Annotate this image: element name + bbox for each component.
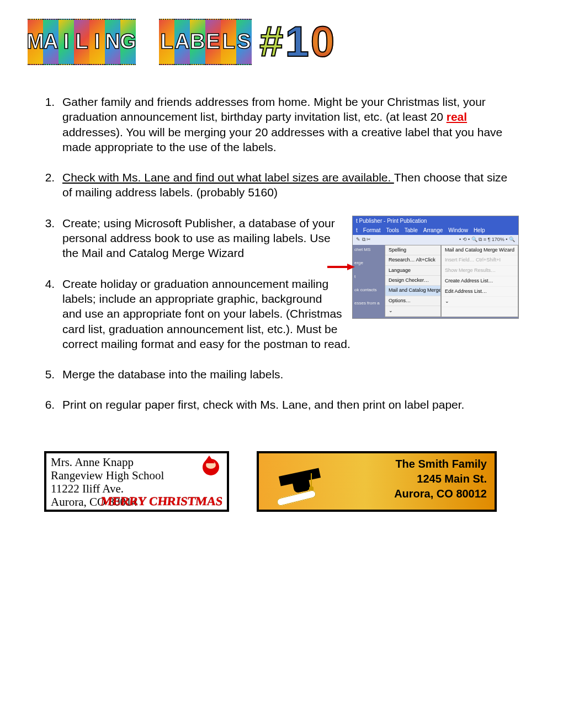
toolbar-icons-right: • ⟲ • 🔍 ⧉ ≡ ¶ 170% • 🔍 — [459, 237, 515, 243]
title-word-mailing: MAILING — [28, 19, 136, 65]
title-letter: M — [28, 19, 43, 65]
tools-menu-item: ⌄ — [385, 306, 440, 316]
publisher-menubar: tFormatToolsTableArrangeWindowHelp — [353, 226, 518, 235]
xmas-school: Rangeview High School — [51, 469, 222, 482]
screenshot-wrapper: t Publisher - Print Publication tFormatT… — [352, 216, 519, 319]
title-letter: L — [159, 19, 174, 65]
example-labels-row: Mrs. Anne Knapp Rangeview High School 11… — [44, 451, 535, 512]
instr3-text: Create; using Microsoft Publisher, a dat… — [62, 217, 335, 260]
publisher-side-item: t — [354, 274, 383, 280]
publisher-menu-item: Table — [405, 227, 418, 234]
title-number-ten: # 1 0 — [259, 17, 334, 67]
publisher-titlebar: t Publisher - Print Publication — [353, 216, 518, 226]
instr2-underline: Check with Ms. Lane and find out what la… — [62, 171, 394, 184]
instruction-item-3: t Publisher - Print Publication tFormatT… — [58, 216, 519, 261]
red-arrow-icon — [327, 264, 355, 270]
submenu-item: ⌄ — [442, 297, 518, 307]
submenu-item: Create Address List… — [442, 276, 518, 287]
submenu-item: Edit Address List… — [442, 287, 518, 297]
tools-dropdown: SpellingResearch… Alt+ClickLanguageDesig… — [385, 245, 441, 317]
graduation-label-example: The Smith Family 1245 Main St. Aurora, C… — [257, 451, 497, 512]
hash-icon: # — [259, 17, 283, 67]
publisher-menu-item: Format — [363, 227, 381, 234]
instr1-post: addresses). You will be merging your 20 … — [62, 126, 502, 153]
title-letter: I — [89, 19, 105, 65]
instruction-list: Gather family and friends addresses from… — [33, 94, 519, 413]
instr1-highlight: real — [447, 110, 467, 123]
title-letter: N — [105, 19, 120, 65]
publisher-menu-item: Help — [474, 227, 485, 234]
christmas-label-example: Mrs. Anne Knapp Rangeview High School 11… — [44, 451, 229, 512]
publisher-side-item: esses from a — [354, 301, 383, 306]
xmas-street: 11222 Iliff Ave. — [51, 482, 222, 495]
title-letter: L — [74, 19, 89, 65]
publisher-menu-item: Window — [448, 227, 468, 234]
tools-menu-item: Options… — [385, 296, 440, 306]
merry-christmas-text: MERRY CHRISTMAS — [100, 494, 223, 508]
publisher-screenshot: t Publisher - Print Publication tFormatT… — [352, 216, 519, 319]
instr6-text: Print on regular paper first, check with… — [62, 398, 464, 411]
publisher-menu-item: Arrange — [423, 227, 443, 234]
instruction-item-5: Merge the database into the mailing labe… — [58, 367, 519, 382]
publisher-side-item: ok contacts — [354, 287, 383, 293]
title-letter: E — [205, 19, 221, 65]
instruction-item-1: Gather family and friends addresses from… — [58, 94, 519, 154]
santa-icon — [198, 456, 224, 481]
digit-zero: 0 — [311, 17, 334, 67]
instruction-item-6: Print on regular paper first, check with… — [58, 397, 519, 412]
title-letter: S — [236, 19, 252, 65]
xmas-name: Mrs. Anne Knapp — [51, 456, 222, 469]
digit-one: 1 — [285, 17, 309, 67]
publisher-body: chet MSergetok contactsesses from a Spel… — [353, 245, 518, 317]
submenu-item: Show Merge Results… — [442, 266, 518, 276]
title-banner: MAILING LABELS # 1 0 — [28, 17, 535, 67]
grad-street: 1245 Main St. — [394, 472, 487, 486]
document-page: MAILING LABELS # 1 0 Gather family and f… — [0, 0, 563, 728]
tools-menu-item: Language — [385, 266, 440, 276]
tools-menu-item: Mail and Catalog Merge ▸ — [385, 286, 440, 296]
grad-city: Aurora, CO 80012 — [394, 486, 487, 501]
publisher-menu-item: t — [356, 227, 358, 234]
title-letter: I — [59, 19, 74, 65]
instr1-pre: Gather family and friends addresses from… — [62, 95, 486, 123]
graduation-address: The Smith Family 1245 Main St. Aurora, C… — [394, 457, 487, 506]
publisher-side-item: chet MS — [354, 247, 383, 253]
publisher-toolbar: ✎ ⧉ ✂ • ⟲ • 🔍 ⧉ ≡ ¶ 170% • 🔍 — [353, 235, 518, 245]
tools-menu-item: Spelling — [385, 245, 440, 255]
publisher-menu-item: Tools — [386, 227, 399, 234]
toolbar-icons-left: ✎ ⧉ ✂ — [356, 237, 371, 243]
graduation-cap-icon — [267, 457, 333, 506]
publisher-side-item: erge — [354, 260, 383, 266]
grad-name: The Smith Family — [394, 457, 487, 472]
title-letter: A — [43, 19, 59, 65]
submenu-item: Insert Field… Ctrl+Shift+I — [442, 255, 518, 266]
submenu-item: Mail and Catalog Merge Wizard — [442, 245, 518, 256]
title-letter: B — [190, 19, 205, 65]
title-letter: L — [221, 19, 236, 65]
zoom-value: 170% — [492, 237, 504, 242]
instr4-text: Create holiday or graduation announcemen… — [62, 277, 350, 350]
mail-merge-submenu: Mail and Catalog Merge WizardInsert Fiel… — [441, 245, 518, 317]
title-word-labels: LABELS — [159, 19, 252, 65]
tools-menu-item: Design Checker… — [385, 276, 440, 286]
tools-menu-item: Research… Alt+Click — [385, 255, 440, 265]
title-letter: A — [174, 19, 190, 65]
title-letter: G — [120, 19, 136, 65]
publisher-side-panel: chet MSergetok contactsesses from a — [353, 245, 385, 317]
instruction-item-2: Check with Ms. Lane and find out what la… — [58, 170, 519, 200]
instr5-text: Merge the database into the mailing labe… — [62, 368, 283, 381]
